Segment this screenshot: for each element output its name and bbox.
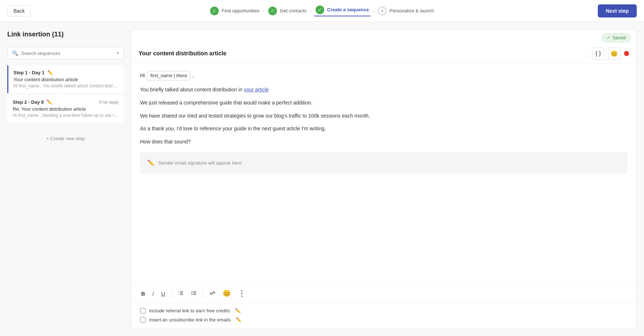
svg-line-12 — [212, 292, 213, 294]
svg-point-9 — [191, 291, 192, 292]
sequence-item-2-header: Step 2 - Day 8 ✏️ If no reply — [13, 99, 118, 105]
ordered-list-button[interactable]: 1.2.3. — [175, 288, 186, 299]
step-1-icon: ✓ — [210, 7, 219, 15]
referral-label: Include referral link to earn free credi… — [149, 308, 230, 313]
unsubscribe-edit-icon[interactable]: ✏️ — [236, 317, 242, 323]
seq-1-preview: Hi first_name , You briefly talked about… — [13, 83, 118, 88]
your-article-link[interactable]: your article — [244, 87, 269, 92]
next-step-button[interactable]: Next step — [598, 4, 637, 17]
svg-text:3.: 3. — [178, 293, 179, 295]
emoji-picker-button[interactable]: 😊 — [608, 47, 620, 60]
signature-edit-icon: ✏️ — [147, 158, 155, 168]
search-bar: 🔍 ▾ — [7, 47, 124, 59]
chevron-down-icon[interactable]: ▾ — [117, 51, 119, 56]
svg-point-10 — [191, 292, 192, 293]
unordered-list-button[interactable] — [188, 288, 199, 299]
step-4-icon: 4 — [378, 7, 387, 15]
saved-tag: ✓ Saved — [602, 33, 631, 42]
unsubscribe-label: Insert an unsubscribe link in the emails — [149, 317, 231, 323]
steps-bar: ✓ Find opportunities › ✓ Get contacts › … — [208, 5, 435, 16]
signature-placeholder-text: Sender email signature will appear here — [158, 159, 242, 167]
curly-braces-button[interactable]: { } — [592, 47, 604, 60]
more-options-button[interactable]: ⋮ — [235, 287, 248, 300]
edit-icon-2[interactable]: ✏️ — [47, 99, 52, 105]
step-3-label: Create a sequence — [327, 7, 369, 12]
main-content: Link insertion (11) 🔍 ▾ Step 1 - Day 1 ✏… — [0, 22, 644, 336]
step-find-opportunities[interactable]: ✓ Find opportunities — [208, 7, 261, 15]
toolbar-separator-2 — [203, 290, 203, 297]
red-dot-indicator — [624, 51, 629, 56]
sequence-item-1[interactable]: Step 1 - Day 1 ✏️ Your content distribut… — [7, 65, 124, 93]
step-1-title: Step 1 - Day 1 — [13, 70, 44, 75]
step-create-sequence[interactable]: ✓ Create a sequence — [314, 5, 370, 16]
left-panel: Link insertion (11) 🔍 ▾ Step 1 - Day 1 ✏… — [0, 22, 131, 336]
top-navigation: Back ✓ Find opportunities › ✓ Get contac… — [0, 0, 644, 22]
step-2-title: Step 2 - Day 8 — [13, 99, 44, 105]
step-1-label: Find opportunities — [222, 8, 259, 13]
search-icon: 🔍 — [12, 50, 18, 56]
checkbox-section: Include referral link to earn free credi… — [131, 303, 636, 328]
if-no-reply-badge: If no reply — [99, 100, 118, 105]
search-input[interactable] — [21, 51, 114, 56]
right-panel: ✓ Saved Your content distribution articl… — [131, 29, 637, 329]
step-4-label: Personalize & launch — [390, 8, 434, 13]
step-3-icon: ✓ — [315, 5, 324, 14]
emoji-toolbar-button[interactable]: 😊 — [220, 288, 233, 299]
greeting-comma: , — [192, 71, 194, 80]
bold-button[interactable]: B — [139, 289, 148, 299]
unsubscribe-checkbox[interactable] — [140, 317, 146, 323]
email-header-actions: { } 😊 — [592, 47, 629, 60]
email-subject: Your content distribution article — [139, 50, 227, 57]
saved-badge-container: ✓ Saved — [131, 29, 636, 44]
step-get-contacts[interactable]: ✓ Get contacts — [267, 7, 308, 15]
create-new-step-button[interactable]: + Create new step — [7, 131, 124, 146]
step-personalize-launch[interactable]: 4 Personalize & launch — [377, 7, 436, 15]
arrow-sep-3: › — [373, 8, 374, 14]
body-line-1: You briefly talked about content distrib… — [140, 86, 628, 94]
link-button[interactable] — [207, 288, 218, 299]
seq-1-subject: Your content distribution article — [13, 77, 118, 82]
referral-checkbox[interactable] — [140, 308, 146, 313]
sequence-item-1-header: Step 1 - Day 1 ✏️ — [13, 70, 118, 75]
italic-button[interactable]: I — [150, 289, 156, 299]
toolbar-separator-1 — [171, 290, 172, 297]
referral-checkbox-row: Include referral link to earn free credi… — [140, 308, 628, 313]
check-icon: ✓ — [607, 35, 611, 40]
firstname-tag-pill[interactable]: first_name | there — [147, 71, 190, 80]
greeting-hi: Hi — [140, 71, 145, 80]
page-title: Link insertion (11) — [7, 31, 124, 38]
arrow-sep-2: › — [310, 8, 312, 14]
email-body[interactable]: Hi first_name | there , You briefly talk… — [131, 64, 636, 283]
step-2-label: Get contacts — [280, 8, 306, 13]
body-line-2: We just released a comprehensive guide t… — [140, 99, 628, 107]
arrow-sep-1: › — [263, 8, 265, 14]
email-header: Your content distribution article { } 😊 — [131, 44, 636, 64]
sequence-item-2[interactable]: Step 2 - Day 8 ✏️ If no reply Re: Your c… — [7, 95, 124, 123]
body-line-4: As a thank you, I'd love to reference yo… — [140, 124, 628, 133]
email-toolbar: B I U 1.2.3. 😊 ⋮ — [131, 283, 636, 303]
seq-2-subject: Re: Your content distribution article — [13, 106, 118, 112]
step-2-icon: ✓ — [268, 7, 277, 15]
sequence-list: Step 1 - Day 1 ✏️ Your content distribut… — [7, 65, 124, 123]
body-line-3: We have shared our tried and tested stra… — [140, 112, 628, 120]
seq-2-preview: Hi first_name , Sending a one-time follo… — [13, 113, 118, 118]
body-line-5: How does that sound? — [140, 138, 628, 146]
svg-point-11 — [191, 294, 192, 295]
saved-label: Saved — [612, 35, 626, 40]
edit-icon-1[interactable]: ✏️ — [47, 70, 53, 75]
back-button[interactable]: Back — [7, 5, 31, 17]
signature-box: ✏️ Sender email signature will appear he… — [140, 152, 628, 174]
referral-edit-icon[interactable]: ✏️ — [235, 308, 241, 313]
unsubscribe-checkbox-row: Insert an unsubscribe link in the emails… — [140, 317, 628, 323]
underline-button[interactable]: U — [159, 289, 168, 299]
greeting-line: Hi first_name | there , — [140, 71, 628, 80]
